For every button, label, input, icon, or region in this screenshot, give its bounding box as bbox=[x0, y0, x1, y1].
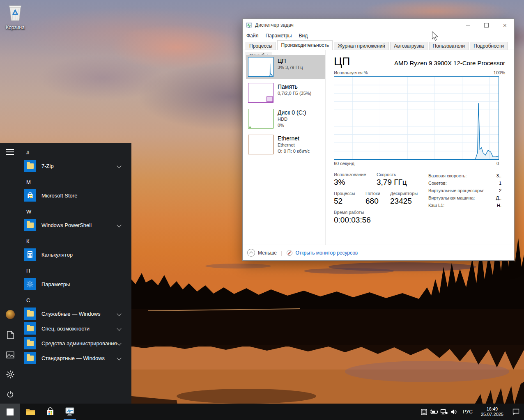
tab-processes[interactable]: Процессы bbox=[246, 42, 276, 50]
chevron-down-icon[interactable] bbox=[117, 311, 121, 316]
detail-virtual-processors-label: Виртуальные процессоры: bbox=[428, 188, 484, 193]
recycle-bin-icon bbox=[7, 3, 23, 22]
sidebar-item-cpu[interactable]: ЦП 3% 3,79 ГГц bbox=[246, 55, 325, 79]
folder-tile-icon bbox=[24, 322, 36, 335]
task-manager-window: Диспетчер задач × Файл Параметры Вид Про… bbox=[242, 18, 515, 261]
file-explorer-button[interactable] bbox=[21, 404, 40, 420]
stat-threads-value: 680 bbox=[365, 197, 390, 206]
ethernet-adapter: Ethernet bbox=[278, 142, 310, 148]
section-header: W bbox=[24, 205, 131, 218]
clock[interactable]: 16:49 25.07.2025 bbox=[477, 406, 508, 417]
detail-virtual-machine-value: Д.. bbox=[496, 195, 501, 200]
app-admin-tools[interactable]: Средства администрирования... bbox=[24, 336, 131, 351]
graph-unit-label: Используется % bbox=[334, 70, 368, 75]
folder-tile-icon bbox=[24, 308, 36, 320]
user-avatar[interactable] bbox=[5, 310, 15, 319]
uptime-label: Время работы bbox=[334, 210, 426, 215]
action-center-icon[interactable] bbox=[508, 404, 524, 420]
stat-speed-label: Скорость bbox=[377, 172, 426, 177]
graph-axis-left: 60 секунд bbox=[334, 161, 354, 166]
tab-strip: Процессы Производительность Журнал прило… bbox=[243, 40, 514, 50]
cpu-model-name: AMD Ryzen 9 3900X 12-Core Processor bbox=[394, 60, 505, 68]
app-microsoft-store[interactable]: Microsoft Store bbox=[24, 188, 131, 203]
detail-l1-cache-value: Н. bbox=[497, 203, 501, 208]
app-calculator[interactable]: Калькулятор bbox=[24, 247, 131, 262]
start-menu-app-list: # 7-Zip M Microsoft Store W bbox=[24, 146, 131, 365]
cpu-performance-pane: ЦП AMD Ryzen 9 3900X 12-Core Processor И… bbox=[326, 50, 514, 245]
sidebar-item-memory[interactable]: Память 0,7/2,0 ГБ (35%) bbox=[246, 81, 325, 105]
chevron-up-icon bbox=[247, 249, 255, 257]
disk-type: HDD bbox=[278, 116, 306, 122]
detail-base-speed-label: Базовая скорость: bbox=[428, 173, 467, 178]
memory-thumbnail bbox=[248, 83, 273, 103]
cpu-details: Базовая скорость:3.. Сокетов:1 Виртуальн… bbox=[428, 172, 501, 225]
graph-axis-right: 0 bbox=[496, 161, 499, 166]
maximize-button[interactable] bbox=[477, 19, 496, 31]
detail-base-speed-value: 3.. bbox=[496, 173, 501, 178]
detail-virtual-processors-value: 2 bbox=[499, 188, 501, 193]
fewer-details-button[interactable]: Меньше bbox=[247, 249, 277, 257]
documents-icon[interactable] bbox=[5, 330, 15, 340]
app-ease-of-access[interactable]: Спец. возможности bbox=[24, 321, 131, 336]
disk-label: Диск 0 (C:) bbox=[278, 109, 306, 116]
app-windows-system[interactable]: Служебные — Windows bbox=[24, 306, 131, 321]
minimize-button[interactable] bbox=[459, 19, 477, 31]
store-tile-icon bbox=[24, 189, 36, 202]
sidebar-item-ethernet[interactable]: Ethernet Ethernet О: 0 П: 0 кбит/с bbox=[246, 133, 325, 156]
taskbar: РУС 16:49 25.07.2025 bbox=[0, 404, 524, 420]
tab-users[interactable]: Пользователи bbox=[429, 42, 469, 50]
power-battery-icon[interactable] bbox=[429, 404, 439, 420]
system-tray: РУС 16:49 25.07.2025 bbox=[419, 404, 524, 420]
title-bar[interactable]: Диспетчер задач × bbox=[243, 19, 514, 31]
app-windows-accessories[interactable]: Стандартные — Windows bbox=[24, 351, 131, 365]
start-menu-rail bbox=[0, 143, 20, 404]
menu-bar: Файл Параметры Вид bbox=[243, 31, 514, 40]
folder-tile-icon bbox=[24, 337, 36, 349]
menu-view[interactable]: Вид bbox=[299, 33, 308, 39]
network-icon[interactable] bbox=[439, 404, 449, 420]
task-manager-footer: Меньше | Открыть монитор ресурсов bbox=[243, 245, 514, 260]
start-button[interactable] bbox=[0, 404, 20, 420]
pictures-icon[interactable] bbox=[5, 350, 15, 360]
app-7zip[interactable]: 7-Zip bbox=[24, 158, 131, 173]
recycle-bin[interactable]: Корзина bbox=[0, 3, 30, 30]
chevron-down-icon[interactable] bbox=[117, 356, 121, 360]
app-settings[interactable]: Параметры bbox=[24, 277, 131, 291]
folder-tile-icon bbox=[24, 352, 36, 364]
task-manager-icon bbox=[65, 407, 75, 416]
cpu-usage-summary: 3% 3,79 ГГц bbox=[278, 64, 303, 71]
volume-icon[interactable] bbox=[449, 404, 459, 420]
close-button[interactable]: × bbox=[496, 19, 514, 31]
task-manager-taskbar-button[interactable] bbox=[60, 404, 80, 420]
tab-app-history[interactable]: Журнал приложений bbox=[334, 42, 388, 50]
memory-usage-summary: 0,7/2,0 ГБ (35%) bbox=[278, 90, 311, 96]
cpu-usage-graph[interactable] bbox=[334, 76, 499, 160]
windows-logo-icon bbox=[7, 409, 14, 415]
stat-handles-label: Дескрипторы bbox=[390, 191, 418, 196]
microsoft-store-button[interactable] bbox=[40, 404, 60, 420]
section-header: П bbox=[24, 264, 131, 277]
chevron-down-icon[interactable] bbox=[117, 341, 121, 345]
chevron-down-icon[interactable] bbox=[117, 223, 121, 227]
touch-keyboard-icon[interactable] bbox=[419, 404, 429, 420]
pane-heading: ЦП bbox=[334, 55, 350, 68]
chevron-down-icon[interactable] bbox=[117, 326, 121, 330]
menu-file[interactable]: Файл bbox=[246, 33, 259, 39]
settings-icon[interactable] bbox=[5, 370, 15, 379]
language-indicator[interactable]: РУС bbox=[459, 409, 477, 415]
uptime-value: 0:00:03:56 bbox=[334, 216, 426, 225]
app-windows-powershell[interactable]: Windows PowerShell bbox=[24, 218, 131, 232]
tab-startup[interactable]: Автозагрузка bbox=[390, 42, 427, 50]
menu-options[interactable]: Параметры bbox=[266, 33, 292, 39]
tab-details[interactable]: Подробности bbox=[470, 42, 508, 50]
start-menu: # 7-Zip M Microsoft Store W bbox=[0, 143, 131, 404]
power-icon[interactable] bbox=[5, 389, 15, 399]
open-resource-monitor-link[interactable]: Открыть монитор ресурсов bbox=[286, 250, 358, 256]
tab-performance[interactable]: Производительность bbox=[277, 40, 332, 50]
task-manager-app-icon bbox=[246, 22, 252, 28]
clock-time: 16:49 bbox=[481, 406, 503, 412]
hamburger-menu-icon[interactable] bbox=[6, 149, 14, 155]
graph-max-label: 100% bbox=[494, 70, 505, 75]
chevron-down-icon[interactable] bbox=[117, 163, 121, 168]
sidebar-item-disk[interactable]: Диск 0 (C:) HDD 0% bbox=[246, 107, 325, 131]
